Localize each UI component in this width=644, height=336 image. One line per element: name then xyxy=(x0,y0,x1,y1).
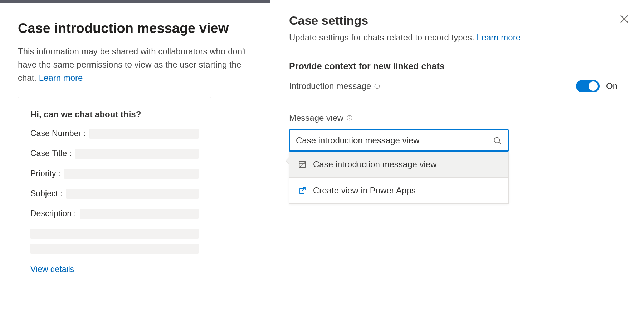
close-icon xyxy=(619,19,630,25)
field-placeholder xyxy=(75,149,199,159)
preview-description: This information may be shared with coll… xyxy=(18,45,247,85)
toggle-state-text: On xyxy=(606,81,618,91)
view-icon xyxy=(298,160,307,169)
open-external-icon xyxy=(298,186,307,195)
svg-point-8 xyxy=(494,137,499,143)
intro-message-label-text: Introduction message xyxy=(289,81,371,91)
field-placeholder xyxy=(30,229,199,239)
field-label: Subject : xyxy=(30,189,63,198)
view-details-link[interactable]: View details xyxy=(30,265,74,274)
svg-point-7 xyxy=(349,117,350,117)
preview-learn-more-link[interactable]: Learn more xyxy=(39,73,83,83)
dropdown-option-selected[interactable]: Case introduction message view xyxy=(289,152,508,177)
info-icon[interactable] xyxy=(374,83,380,89)
field-placeholder xyxy=(80,209,199,219)
message-view-dropdown: Case introduction message view Create vi… xyxy=(289,152,509,204)
dropdown-option-text: Create view in Power Apps xyxy=(313,186,416,196)
svg-line-14 xyxy=(302,188,305,191)
dropdown-option-text: Case introduction message view xyxy=(313,159,437,169)
svg-point-4 xyxy=(377,85,377,85)
settings-subtitle: Update settings for chats related to rec… xyxy=(289,33,633,43)
intro-message-toggle-row: Introduction message On xyxy=(289,80,633,92)
intro-message-label: Introduction message xyxy=(289,81,380,91)
settings-section-heading: Provide context for new linked chats xyxy=(289,61,633,71)
field-label: Priority : xyxy=(30,169,60,178)
svg-line-12 xyxy=(299,162,306,168)
field-label: Description : xyxy=(30,209,76,218)
field-placeholder xyxy=(64,169,199,179)
message-view-label: Message view xyxy=(289,113,633,123)
field-placeholder xyxy=(89,129,199,139)
preview-title: Case introduction message view xyxy=(18,21,252,36)
settings-panel: Case settings Update settings for chats … xyxy=(270,0,644,336)
field-placeholder xyxy=(30,244,199,254)
preview-field-case-number: Case Number : xyxy=(30,129,199,139)
message-view-lookup-field[interactable] xyxy=(289,129,509,152)
message-preview-card: Hi, can we chat about this? Case Number … xyxy=(18,97,211,285)
settings-title: Case settings xyxy=(289,14,633,28)
preview-field-case-title: Case Title : xyxy=(30,149,199,159)
field-label: Case Title : xyxy=(30,149,72,158)
preview-field-priority: Priority : xyxy=(30,169,199,179)
field-placeholder xyxy=(66,189,199,199)
search-icon[interactable] xyxy=(493,136,502,145)
preview-panel: Case introduction message view This info… xyxy=(0,0,270,336)
message-view-label-text: Message view xyxy=(289,113,343,123)
settings-learn-more-link[interactable]: Learn more xyxy=(477,33,521,42)
preview-field-description: Description : xyxy=(30,209,199,254)
settings-subtitle-text: Update settings for chats related to rec… xyxy=(289,33,477,42)
message-view-input[interactable] xyxy=(296,135,489,145)
toggle-knob xyxy=(589,81,598,91)
dropdown-option-create-view[interactable]: Create view in Power Apps xyxy=(289,178,508,203)
info-icon[interactable] xyxy=(346,115,353,121)
message-view-lookup: Case introduction message view Create vi… xyxy=(289,129,509,204)
preview-field-subject: Subject : xyxy=(30,189,199,199)
field-label: Case Number : xyxy=(30,129,86,138)
preview-greeting: Hi, can we chat about this? xyxy=(30,109,199,119)
svg-line-9 xyxy=(499,142,501,144)
intro-message-toggle[interactable] xyxy=(576,80,600,92)
close-button[interactable] xyxy=(619,14,630,26)
